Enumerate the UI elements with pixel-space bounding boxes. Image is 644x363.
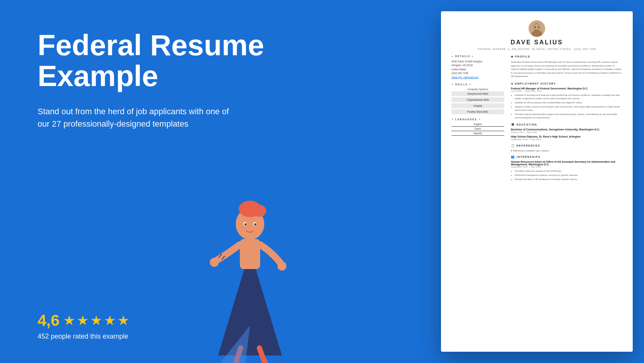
resume-body: DETAILS 5060 Fulton St NW Arlington Arli… [452,55,622,185]
phone-inline: (202) 362-7188 [574,48,596,50]
references-title: REFERENCES [517,144,540,147]
resume-avatar [529,20,545,37]
employment-section-header: ◈ EMPLOYMENT HISTORY [511,82,622,85]
star-4: ★ [104,313,116,328]
languages-section-title: LANGUAGES [452,118,504,121]
education-section: 🎓 EDUCATION Bachelor of Communications, … [511,123,622,141]
location-inline: ARLINGTON, VA 20120, UNITED STATES [512,48,571,50]
references-section-header: 📋 REFERENCES [511,144,622,147]
employment-section: ◈ EMPLOYMENT HISTORY Federal HR Manager … [511,82,622,119]
svg-point-19 [538,26,539,28]
edu-degree-1: Bachelor of Communications, Georgetown U… [511,128,622,131]
svg-point-8 [255,223,256,225]
skill-item-4: Integrity [452,103,504,108]
rating-number: 4,6 [38,312,59,330]
internship-title-1: Human Resources Intern at Office of the … [511,160,622,166]
references-icon: 📋 [511,144,515,147]
star-5: ★ [117,313,129,328]
job-bullet-4: Provided optimal administrative support … [515,113,622,119]
star-3: ★ [90,313,102,328]
resume-document: DAVE SALIUS FEDERAL WORKER ● ARLINGTON, … [441,11,633,352]
employment-icon: ◈ [511,82,513,85]
edu-degree-2: High School Diploma, St. Rose's High Sch… [511,135,622,138]
resume-address: 5060 Fulton St NW Arlington Arlington, V… [452,60,504,79]
skills-section-title: SKILLS [452,83,504,86]
skills-list: Computer Systems Interpersonal Skills Or… [452,88,504,114]
resume-left-col: DETAILS 5060 Fulton St NW Arlington Arli… [452,55,504,185]
details-section-title: DETAILS [452,55,504,57]
job-title-1: Federal HR Manager at Federal Government… [511,87,622,90]
references-text: ● References available upon request [511,149,622,152]
skill-item-5: Positive Work Ethic [452,109,504,114]
resume-contact-line: FEDERAL WORKER ● ARLINGTON, VA 20120, UN… [452,48,622,50]
skill-item-2: Interpersonal Skills [452,91,504,96]
lang-spanish: Spanish [452,132,504,136]
lang-dutch: Dutch [452,127,504,131]
edu-date-1: August 2002 — May 2006 [511,131,622,133]
svg-point-4 [253,205,266,217]
job-bullets-1: Assisted in recruiting and retaining a h… [511,94,622,119]
job-date-1: June 2006 — September 2018 [511,90,622,92]
skill-item-1: Computer Systems [452,88,504,91]
stars-row: ★ ★ ★ ★ ★ [63,313,131,328]
resume-name: DAVE SALIUS [452,39,622,46]
internship-bullets-1: Provided continuous support to the HR Bu… [511,169,622,181]
intern-bullet-3: Researched data in HR databases to devel… [515,178,622,181]
resume-header: DAVE SALIUS FEDERAL WORKER ● ARLINGTON, … [452,20,622,50]
intern-bullet-1: Provided continuous support to the HR Bu… [515,169,622,173]
job-bullet-2: Handled all HR procedures with confident… [515,101,622,104]
svg-point-9 [210,258,219,267]
star-1: ★ [63,313,75,328]
internships-section-header: 👥 INTERNSHIPS [511,155,622,159]
references-section: 📋 REFERENCES ● References available upon… [511,144,622,152]
profile-section: ◆ PROFILE Dedicated Federal Government H… [511,55,622,78]
job-bullet-3: Helped to foster a diverse and inclusive… [515,105,622,112]
education-title: EDUCATION [517,123,537,126]
intern-bullet-2: Performed management advisory services f… [515,174,622,177]
edu-date-2: September 1998 — May 2002 [511,138,622,141]
profile-title: PROFILE [515,55,530,58]
illustration [184,175,316,363]
page-subtitle: Stand out from the herd of job applicant… [38,105,233,130]
internships-title: INTERNSHIPS [517,156,541,158]
profile-text: Dedicated Federal Government HR Manager … [511,60,622,78]
job-bullet-1: Assisted in recruiting and retaining a h… [515,94,622,100]
internship-date-1: September 2004 — May 2006 [511,166,622,168]
education-icon: 🎓 [511,123,515,126]
job-title-inline: FEDERAL WORKER [478,48,506,50]
svg-point-7 [245,223,247,225]
star-2: ★ [77,313,89,328]
resume-right-col: ◆ PROFILE Dedicated Federal Government H… [511,55,622,185]
education-section-header: 🎓 EDUCATION [511,123,622,126]
lang-english: English [452,123,504,127]
svg-point-10 [277,262,286,271]
page-title: Federal ResumeExample [38,30,278,92]
skill-item-3: Organizational Skills [452,97,504,102]
profile-section-header: ◆ PROFILE [511,55,622,58]
employment-title: EMPLOYMENT HISTORY [515,82,556,85]
internships-icon: 👥 [511,155,515,159]
languages-list: English Dutch Spanish [452,123,504,136]
internships-section: 👥 INTERNSHIPS Human Resources Intern at … [511,155,622,181]
profile-icon: ◆ [511,55,513,58]
svg-point-18 [535,26,536,28]
